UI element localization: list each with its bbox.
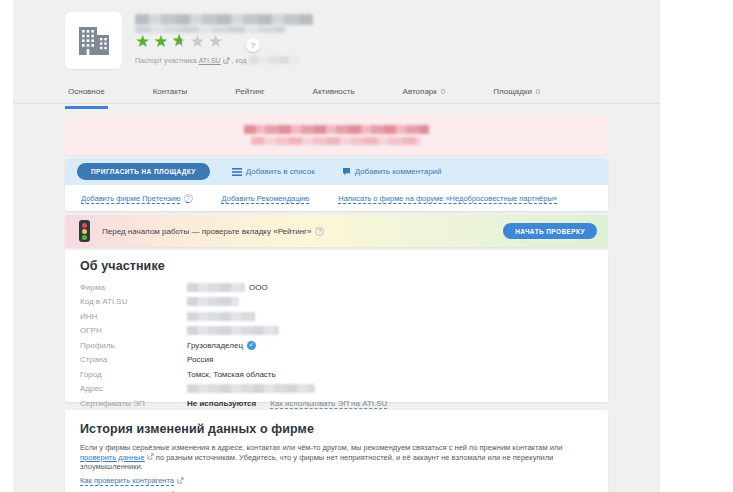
warning-text-redacted-line2 bbox=[251, 137, 421, 145]
verify-data-link[interactable]: проверить данные bbox=[80, 453, 145, 462]
about-fields: Фирма ООО Код в ATI.SU ИНН ОГРН Профиль … bbox=[80, 280, 387, 411]
history-title: История изменений данных о фирме bbox=[80, 422, 314, 436]
field-ati-code: Код в ATI.SU bbox=[80, 295, 387, 310]
field-address: Адрес bbox=[80, 382, 387, 397]
profile-tabs: Основное Контакты Рейтинг Активность Авт… bbox=[65, 84, 543, 109]
how-to-use-ep-link[interactable]: Как использовать ЭП на ATI.SU bbox=[270, 399, 387, 408]
star-icon: ★ bbox=[190, 32, 208, 51]
company-logo bbox=[65, 12, 122, 69]
check-banner-text: Перед началом работы — проверьте вкладку… bbox=[102, 227, 324, 236]
invite-to-site-button[interactable]: ПРИГЛАСИТЬ НА ПЛОЩАДКУ bbox=[77, 163, 210, 180]
field-certificates: Сертификаты ЭП Не используются Как испол… bbox=[80, 396, 387, 411]
tab-contacts[interactable]: Контакты bbox=[150, 84, 191, 109]
warning-text-redacted bbox=[244, 125, 429, 134]
field-ogrn: ОГРН bbox=[80, 324, 387, 339]
inn-redacted bbox=[187, 312, 255, 321]
company-code-redacted bbox=[249, 56, 299, 64]
add-to-list-link[interactable]: Добавить в список bbox=[232, 167, 315, 176]
ati-code-redacted bbox=[187, 297, 239, 306]
field-country: Страна Россия bbox=[80, 353, 387, 368]
add-recommendation-link[interactable]: Добавить Рекомендацию bbox=[222, 194, 310, 203]
star-icon: ★ bbox=[153, 32, 171, 51]
field-firm: Фирма ООО bbox=[80, 280, 387, 295]
traffic-light-icon bbox=[79, 220, 90, 242]
verified-check-icon: ✓ bbox=[247, 341, 256, 350]
add-comment-link[interactable]: Добавить комментарий bbox=[342, 167, 442, 176]
tab-sites[interactable]: Площадки0 bbox=[490, 84, 543, 109]
list-icon bbox=[232, 168, 242, 176]
company-name-redacted bbox=[135, 14, 313, 25]
secondary-actions-row: Добавить фирме Претензию ? Добавить Реко… bbox=[65, 185, 608, 211]
tab-main[interactable]: Основное bbox=[65, 84, 108, 109]
firm-name-redacted bbox=[187, 283, 245, 292]
about-title: Об участнике bbox=[80, 259, 165, 273]
star-icon: ★ bbox=[135, 32, 153, 51]
field-inn: ИНН bbox=[80, 309, 387, 324]
external-link-icon bbox=[147, 453, 154, 460]
tab-rating[interactable]: Рейтинг bbox=[232, 84, 267, 109]
add-claim-link[interactable]: Добавить фирме Претензию ? bbox=[81, 194, 193, 203]
actions-bar: ПРИГЛАСИТЬ НА ПЛОЩАДКУ Добавить в список… bbox=[65, 158, 608, 185]
tab-sites-count: 0 bbox=[536, 87, 540, 96]
comment-icon bbox=[342, 167, 351, 176]
rating-check-banner: Перед началом работы — проверьте вкладку… bbox=[65, 215, 608, 247]
tab-fleet-count: 0 bbox=[441, 87, 445, 96]
ogrn-redacted bbox=[187, 326, 279, 335]
star-icon: ★ bbox=[208, 32, 226, 51]
profile-page: ★★★★★ ? Паспорт участника ATI.SU , код О… bbox=[13, 0, 660, 492]
tabs-divider bbox=[13, 103, 660, 104]
star-rating: ★★★★★ bbox=[135, 33, 226, 50]
field-profile: Профиль Грузовладелец✓ bbox=[80, 338, 387, 353]
passport-suffix: , код bbox=[232, 57, 247, 64]
actions-card: ПРИГЛАСИТЬ НА ПЛОЩАДКУ Добавить в список… bbox=[65, 158, 608, 211]
history-card: История изменений данных о фирме Если у … bbox=[65, 410, 608, 492]
passport-prefix: Паспорт участника bbox=[135, 57, 197, 64]
building-icon bbox=[76, 25, 112, 57]
start-check-button[interactable]: НАЧАТЬ ПРОВЕРКУ bbox=[503, 223, 597, 239]
star-icon: ★ bbox=[172, 32, 190, 51]
warning-banner bbox=[65, 115, 608, 155]
tab-activity[interactable]: Активность bbox=[310, 84, 358, 109]
how-to-check-counterparty-link[interactable]: Как проверить контрагента bbox=[80, 476, 184, 485]
about-card: Об участнике Фирма ООО Код в ATI.SU ИНН … bbox=[65, 250, 608, 402]
history-paragraph: Если у фирмы серьёзные изменения в адрес… bbox=[80, 443, 580, 472]
claim-info-icon[interactable]: ? bbox=[184, 194, 193, 203]
passport-line: Паспорт участника ATI.SU , код bbox=[135, 56, 299, 64]
passport-atisu-link[interactable]: ATI.SU bbox=[199, 57, 221, 64]
external-link-icon bbox=[177, 477, 184, 484]
address-redacted bbox=[187, 384, 315, 393]
forum-link[interactable]: Написать о фирме на форуме «Недобросовес… bbox=[338, 194, 557, 203]
external-link-icon bbox=[223, 57, 230, 64]
check-info-icon[interactable]: ? bbox=[315, 227, 324, 236]
tab-fleet[interactable]: Автопарк0 bbox=[400, 84, 449, 109]
field-city: Город Томск, Томская область bbox=[80, 367, 387, 382]
rating-help-icon[interactable]: ? bbox=[246, 38, 260, 52]
